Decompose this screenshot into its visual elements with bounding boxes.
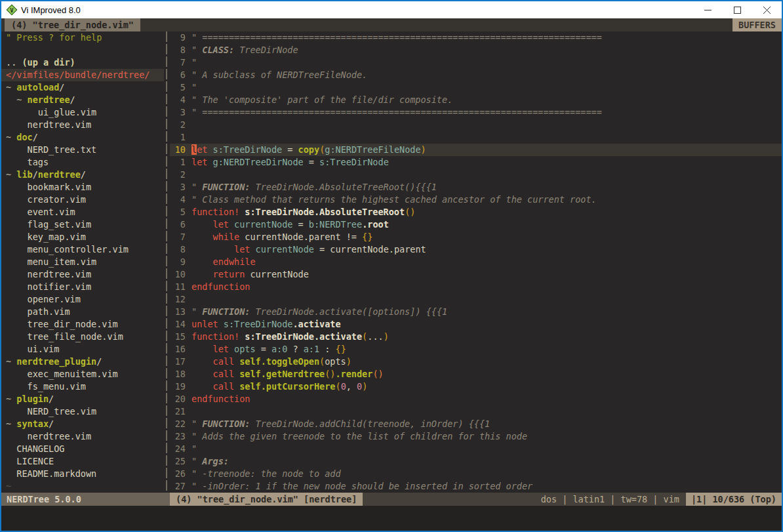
tree-item[interactable]: ui.vim (1, 343, 164, 356)
code-line[interactable]: 8 let currentNode = currentNode.parent (170, 243, 782, 256)
tree-item[interactable]: event.vim (1, 206, 164, 218)
code-line[interactable]: 23" Adds the given treenode to the list … (170, 430, 782, 443)
tree-item[interactable]: ~ doc/ (1, 131, 164, 144)
code-line[interactable]: 1let g:NERDTreeDirNode = s:TreeDirNode (170, 156, 782, 169)
code-line[interactable]: 7 while currentNode.parent != {} (170, 231, 782, 243)
code-line[interactable]: 24" (170, 443, 782, 455)
tree-item[interactable]: nerdtree.vim (1, 430, 164, 443)
tree-item[interactable] (1, 44, 164, 56)
code-line[interactable]: 5" (170, 81, 782, 94)
code-line[interactable]: 1 (170, 131, 782, 144)
tree-item[interactable]: exec_menuitem.vim (1, 368, 164, 380)
code-line[interactable]: 4" Class method that returns the highest… (170, 194, 782, 206)
tree-item[interactable]: opener.vim (1, 293, 164, 306)
buffers-label[interactable]: BUFFERS (733, 18, 782, 31)
maximize-button[interactable] (723, 1, 752, 18)
token: fs_menu.vim (6, 381, 86, 392)
token: tree_file_node.vim (6, 331, 123, 342)
tree-item[interactable]: tree_file_node.vim (1, 331, 164, 343)
tree-item[interactable]: LICENCE (1, 455, 164, 468)
tree-item[interactable]: nerdtree.vim (1, 119, 164, 131)
code-line[interactable]: 6" A subclass of NERDTreeFileNode. (170, 69, 782, 81)
tree-item[interactable]: ~ lib/nerdtree/ (1, 169, 164, 181)
tree-item[interactable]: ~ syntax/ (1, 418, 164, 430)
token: plugin (16, 394, 49, 404)
code-line[interactable]: 18 call self.getNerdtree().render() (170, 368, 782, 380)
tree-item[interactable]: " Press ? for help (1, 31, 164, 44)
tree-item[interactable]: CHANGELOG (1, 443, 164, 455)
code-line[interactable]: 22" FUNCTION: TreeDirNode.addChild(treen… (170, 418, 782, 430)
tree-item[interactable]: nerdtree.vim (1, 268, 164, 281)
tree-item[interactable]: ~ nerdtree/ (1, 94, 164, 106)
code-line[interactable]: 7" (170, 56, 782, 69)
minimize-button[interactable] (693, 1, 723, 18)
tree-item[interactable]: flag_set.vim (1, 218, 164, 231)
line-number: 11 (170, 281, 186, 293)
token: autoload (16, 82, 59, 92)
token: FUNCTION: (202, 419, 255, 429)
tree-item[interactable]: tree_dir_node.vim (1, 318, 164, 331)
line-number: 6 (170, 69, 186, 81)
code-line[interactable]: 21 (170, 405, 782, 418)
tree-item[interactable]: ui_glue.vim (1, 106, 164, 119)
code-line[interactable]: 17 call self.toggleOpen(opts) (170, 356, 782, 368)
tree-item[interactable]: tags (1, 156, 164, 169)
tree-item[interactable]: NERD_tree.vim (1, 405, 164, 418)
code-line[interactable]: 10 return currentNode (170, 268, 782, 281)
code-line[interactable]: 16 let opts = a:0 ? a:1 : {} (170, 343, 782, 356)
code-line[interactable]: 9 endwhile (170, 256, 782, 268)
code-line[interactable]: 27" -inOrder: 1 if the new node should b… (170, 480, 782, 493)
tree-item[interactable]: bookmark.vim (1, 181, 164, 194)
tree-item[interactable]: ~ (1, 480, 164, 493)
code-line[interactable]: 11endfunction (170, 281, 782, 293)
tree-item[interactable]: ~ nerdtree_plugin/ (1, 356, 164, 368)
code-line[interactable]: 12 (170, 293, 782, 306)
code-text: endfunction (191, 281, 250, 293)
tree-item[interactable]: menu_controller.vim (1, 243, 164, 256)
window-separator[interactable] (164, 31, 170, 493)
code-line[interactable]: 4" The 'composite' part of the file/dir … (170, 94, 782, 106)
code-line[interactable]: 9" =====================================… (170, 31, 782, 44)
tree-item[interactable]: ~ plugin/ (1, 393, 164, 405)
code-line[interactable]: 19 call self.putCursorHere(0, 0) (170, 380, 782, 393)
tree-item[interactable]: ~ autoload/ (1, 81, 164, 94)
command-line[interactable] (1, 506, 782, 531)
code-line[interactable]: 15function! s:TreeDirNode.activate(...) (170, 331, 782, 343)
token: s:TreeDirNode.AbsoluteTreeRoot (245, 207, 405, 217)
code-line[interactable]: 2 (170, 119, 782, 131)
tree-item[interactable]: creator.vim (1, 194, 164, 206)
tree-item[interactable]: notifier.vim (1, 281, 164, 293)
code-line[interactable]: 3" FUNCTION: TreeDirNode.AbsoluteTreeRoo… (170, 181, 782, 194)
token (234, 356, 239, 367)
close-button[interactable] (752, 1, 782, 18)
code-line[interactable]: 10let s:TreeDirNode = copy(g:NERDTreeFil… (170, 144, 782, 156)
code-text: " FUNCTION: TreeDirNode.AbsoluteTreeRoot… (191, 181, 437, 194)
code-line[interactable]: 26" -treenode: the node to add (170, 468, 782, 480)
tree-item[interactable]: .. (up a dir) (1, 56, 164, 69)
token: bookmark.vim (6, 182, 91, 192)
token: nerdtree.vim (6, 269, 91, 279)
tree-root-item[interactable]: </vimfiles/bundle/nerdtree/ (1, 69, 164, 81)
code-line[interactable]: 8" CLASS: TreeDirNode (170, 44, 782, 56)
code-line[interactable]: 13" FUNCTION: TreeDirNode.activate([opti… (170, 306, 782, 318)
code-line[interactable]: 2 (170, 169, 782, 181)
tree-item[interactable]: fs_menu.vim (1, 380, 164, 393)
code-line[interactable]: 3" =====================================… (170, 106, 782, 119)
line-number: 15 (170, 331, 186, 343)
code-line[interactable]: 6 let currentNode = b:NERDTree.root (170, 218, 782, 231)
tree-item[interactable]: README.markdown (1, 468, 164, 480)
code-line[interactable]: 20endfunction (170, 393, 782, 405)
tree-item[interactable]: menu_item.vim (1, 256, 164, 268)
code-line[interactable]: 5function! s:TreeDirNode.AbsoluteTreeRoo… (170, 206, 782, 218)
code-line[interactable]: 25" Args: (170, 455, 782, 468)
token: et (197, 144, 207, 155)
token: self.getNerdtree (239, 369, 325, 379)
code-text: " -treenode: the node to add (191, 468, 341, 480)
tree-item[interactable]: NERD_tree.txt (1, 144, 164, 156)
code-line[interactable]: 14unlet s:TreeDirNode.activate (170, 318, 782, 331)
token: NERD_tree.vim (6, 406, 96, 417)
token: creator.vim (6, 194, 86, 205)
tree-item[interactable]: path.vim (1, 306, 164, 318)
tab-tree-dir-node[interactable]: (4) "tree_dir_node.vim" (5, 18, 140, 31)
tree-item[interactable]: key_map.vim (1, 231, 164, 243)
